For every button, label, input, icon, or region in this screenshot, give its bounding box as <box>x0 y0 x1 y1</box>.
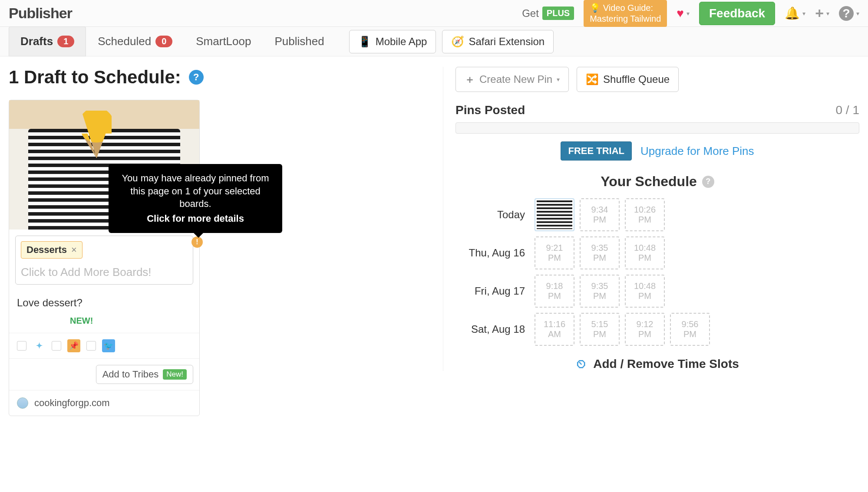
btn-label: Create New Pin <box>479 73 552 85</box>
tooltip-arrow-icon <box>193 233 204 238</box>
time-slot[interactable]: 9:12PM <box>625 313 665 346</box>
notifications-button[interactable]: 🔔▾ <box>785 6 805 20</box>
globe-icon <box>17 397 28 409</box>
schedule-sidebar: ＋ Create New Pin ▾ 🔀 Shuffle Queue Pins … <box>443 67 859 371</box>
slot-time: 9:56 <box>682 319 699 329</box>
share-tailwind-checkbox[interactable] <box>17 341 26 351</box>
mobile-app-button[interactable]: 📱Mobile App <box>349 30 436 53</box>
chevron-down-icon: ▾ <box>802 10 805 17</box>
time-slot[interactable]: 9:56PM <box>670 313 710 346</box>
compass-icon: 🧭 <box>451 36 464 48</box>
time-slot[interactable]: 10:26PM <box>625 198 665 231</box>
tab-smartloop[interactable]: SmartLoop <box>184 26 263 56</box>
source-url-row[interactable]: cookingforgp.com <box>9 390 199 416</box>
slot-meridiem: AM <box>548 329 561 339</box>
tab-label: Published <box>274 35 324 48</box>
share-pinterest-checkbox[interactable] <box>52 341 61 351</box>
board-chip: Desserts × <box>21 241 83 259</box>
shuffle-queue-button[interactable]: 🔀 Shuffle Queue <box>577 67 679 92</box>
time-slot[interactable]: 11:16AM <box>535 313 574 346</box>
tailwind-icon: ✦ <box>33 339 46 352</box>
day-label: Thu, Aug 16 <box>455 247 529 259</box>
video-guide-line1: Video Guide: <box>603 3 653 13</box>
chevron-down-icon: ▾ <box>557 76 560 83</box>
help-icon[interactable]: ? <box>189 70 204 85</box>
slot-time: 10:26 <box>634 205 656 215</box>
share-row: ✦ 📌 🐦 <box>9 333 199 358</box>
plus-icon: ＋ <box>465 72 475 86</box>
top-actions: Get PLUS 💡 Video Guide: Mastering Tailwi… <box>522 0 859 27</box>
create-new-pin-button[interactable]: ＋ Create New Pin ▾ <box>455 67 569 92</box>
remove-board-icon[interactable]: × <box>71 244 77 256</box>
help-icon: ? <box>839 6 854 21</box>
bell-icon: 🔔 <box>785 6 800 20</box>
heart-icon: ♥ <box>677 7 684 20</box>
feedback-button[interactable]: Feedback <box>699 2 775 25</box>
duplicate-pin-tooltip[interactable]: You may have already pinned from this pa… <box>109 164 282 233</box>
favorites-button[interactable]: ♥▾ <box>677 7 690 20</box>
video-guide-button[interactable]: 💡 Video Guide: Mastering Tailwind <box>584 0 667 27</box>
tab-published[interactable]: Published <box>263 26 336 56</box>
pin-description[interactable]: Love dessert? <box>9 291 199 312</box>
tab-label: Scheduled <box>98 35 151 48</box>
pins-posted-count: 0 / 1 <box>836 103 859 117</box>
plus-badge: PLUS <box>542 7 574 20</box>
schedule-row: Sat, Aug 1811:16AM5:15PM9:12PM9:56PM <box>455 313 859 346</box>
drafts-count-badge: 1 <box>57 36 74 47</box>
safari-extension-button[interactable]: 🧭Safari Extension <box>442 30 554 53</box>
get-plus-link[interactable]: Get PLUS <box>522 7 574 20</box>
schedule-row: Today9:34PM10:26PM <box>455 198 859 231</box>
source-url: cookingforgp.com <box>34 397 110 409</box>
schedule-title: Your Schedule ? <box>455 174 859 190</box>
warning-icon[interactable]: ! <box>191 236 203 248</box>
add-remove-time-slots-button[interactable]: ⏲ Add / Remove Time Slots <box>455 351 859 371</box>
tooltip-cta: Click for more details <box>118 212 273 225</box>
btn-label: Add to Tribes <box>102 369 159 380</box>
time-slot[interactable] <box>535 198 574 231</box>
page-title: 1 Draft to Schedule: ? <box>9 67 426 88</box>
slot-meridiem: PM <box>638 253 651 263</box>
time-slot[interactable]: 10:48PM <box>625 275 665 308</box>
btn-label: Mobile App <box>376 36 427 48</box>
title-text: 1 Draft to Schedule: <box>9 67 181 88</box>
phone-icon: 📱 <box>358 36 371 48</box>
slot-time: 9:35 <box>591 243 608 253</box>
help-icon[interactable]: ? <box>702 176 714 188</box>
help-menu-button[interactable]: ?▾ <box>839 6 859 21</box>
video-guide-line2: Mastering Tailwind <box>590 13 661 24</box>
slot-meridiem: PM <box>548 253 561 263</box>
slot-time: 9:34 <box>591 205 608 215</box>
time-slot[interactable]: 9:35PM <box>580 275 620 308</box>
pinterest-icon: 📌 <box>67 339 80 352</box>
boards-input[interactable]: Desserts × Click to Add More Boards! <box>15 236 193 285</box>
tab-scheduled[interactable]: Scheduled0 <box>86 26 184 56</box>
add-to-tribes-button[interactable]: Add to Tribes New! <box>96 365 193 384</box>
slot-meridiem: PM <box>593 215 606 225</box>
time-slot[interactable]: 9:35PM <box>580 236 620 269</box>
pins-posted-row: Pins Posted 0 / 1 <box>455 103 859 117</box>
tab-label: Drafts <box>20 35 53 48</box>
scheduled-count-badge: 0 <box>155 36 172 47</box>
share-twitter-checkbox[interactable] <box>86 341 96 351</box>
time-slot[interactable]: 5:15PM <box>580 313 620 346</box>
btn-label: Shuffle Queue <box>603 73 670 85</box>
slot-meridiem: PM <box>593 329 606 339</box>
slot-meridiem: PM <box>593 291 606 301</box>
chevron-down-icon: ▾ <box>856 10 859 17</box>
time-slot[interactable]: 9:18PM <box>535 275 574 308</box>
subnav: Drafts1 Scheduled0 SmartLoop Published 📱… <box>0 27 868 56</box>
day-label: Today <box>455 209 529 221</box>
free-trial-badge[interactable]: FREE TRIAL <box>561 141 632 161</box>
plus-icon: + <box>815 5 824 22</box>
time-slot[interactable]: 9:21PM <box>535 236 574 269</box>
slot-meridiem: PM <box>638 215 651 225</box>
day-label: Sat, Aug 18 <box>455 323 529 335</box>
day-label: Fri, Aug 17 <box>455 285 529 297</box>
upgrade-link[interactable]: Upgrade for More Pins <box>640 144 754 158</box>
add-menu-button[interactable]: +▾ <box>815 5 829 22</box>
scheduled-pin-thumb <box>537 200 572 229</box>
slot-meridiem: PM <box>548 291 561 301</box>
tab-drafts[interactable]: Drafts1 <box>9 26 86 56</box>
time-slot[interactable]: 10:48PM <box>625 236 665 269</box>
time-slot[interactable]: 9:34PM <box>580 198 620 231</box>
